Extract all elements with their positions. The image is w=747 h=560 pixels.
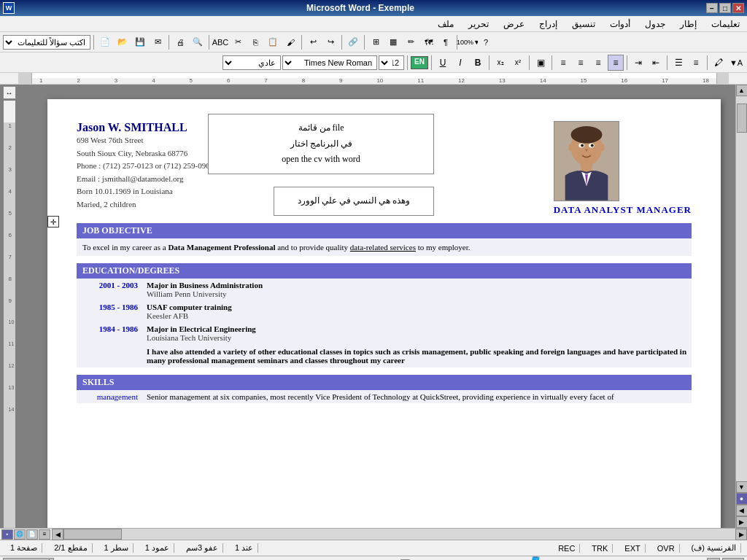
spell-button[interactable]: ABC bbox=[212, 34, 228, 50]
skills-header: SKILLS bbox=[77, 375, 692, 390]
zoom-button[interactable]: 100%▼ bbox=[460, 34, 476, 50]
normal-view-button[interactable]: ▪ bbox=[1, 529, 13, 540]
menu-help[interactable]: تعليمات bbox=[707, 18, 744, 31]
superscript-button[interactable]: x₂ bbox=[492, 55, 508, 71]
question-dropdown[interactable]: اكتب سؤالاً للتعليمات bbox=[3, 35, 90, 50]
numbering-button[interactable]: ≡ bbox=[688, 55, 704, 71]
font-size-select[interactable]: 12 bbox=[379, 55, 404, 70]
oval-tool[interactable]: ○ bbox=[634, 556, 650, 561]
increase-indent-button[interactable]: ⇥ bbox=[630, 55, 646, 71]
style-select[interactable]: عادي bbox=[222, 55, 281, 70]
maximize-button[interactable]: □ bbox=[719, 3, 731, 13]
bold-button[interactable]: B bbox=[470, 55, 486, 71]
print-layout-button[interactable]: 📄 bbox=[26, 529, 38, 540]
save-button[interactable]: 💾 bbox=[132, 34, 148, 50]
border-button[interactable]: ▣ bbox=[533, 55, 549, 71]
email-button[interactable]: ✉ bbox=[150, 34, 166, 50]
show-formatting-button[interactable]: ¶ bbox=[438, 34, 454, 50]
scroll-thumb[interactable] bbox=[737, 104, 747, 133]
font-color-tool[interactable]: A▼ bbox=[488, 556, 504, 561]
cut-button[interactable]: ✂ bbox=[230, 34, 246, 50]
decrease-indent-button[interactable]: ⇤ bbox=[648, 55, 664, 71]
align-left-button[interactable]: ≡ bbox=[608, 55, 624, 71]
scroll-track[interactable] bbox=[736, 96, 747, 481]
move-icon[interactable]: ✛ bbox=[47, 216, 59, 228]
education-content: 2001 - 2003 Major in Business Administra… bbox=[77, 279, 692, 368]
bullets-button[interactable]: ☰ bbox=[670, 55, 686, 71]
justify-button[interactable]: ≡ bbox=[555, 55, 571, 71]
redo-button[interactable]: ↪ bbox=[322, 34, 338, 50]
font-name-select[interactable]: Times New Roman bbox=[282, 55, 377, 70]
language-button[interactable]: EN bbox=[411, 56, 428, 69]
draw-label-button[interactable]: رسم bbox=[722, 558, 744, 561]
table-button[interactable]: ⊞ bbox=[368, 34, 384, 50]
fill-color-tool[interactable]: 🪣▼ bbox=[525, 556, 541, 561]
minimize-button[interactable]: − bbox=[706, 3, 718, 13]
format-painter-button[interactable]: 🖌 bbox=[282, 34, 298, 50]
svg-point-2 bbox=[570, 126, 602, 143]
cv-born: Born 10.01.1969 in Louisiana bbox=[77, 185, 214, 198]
menu-tools[interactable]: أدوات bbox=[605, 18, 635, 31]
scroll-left-button[interactable]: ◀ bbox=[52, 529, 63, 540]
image-tool[interactable]: 📷 bbox=[543, 556, 559, 561]
scroll-down-button[interactable]: ▼ bbox=[736, 481, 748, 493]
wordart-tool[interactable]: A bbox=[597, 556, 614, 561]
columns-button[interactable]: ▦ bbox=[385, 34, 401, 50]
diagram-tool[interactable]: ⊕ bbox=[579, 556, 595, 561]
menu-frame[interactable]: إطار bbox=[676, 18, 701, 31]
rect-tool[interactable]: □ bbox=[652, 556, 668, 561]
new-button[interactable]: 📄 bbox=[97, 34, 113, 50]
paste-button[interactable]: 📋 bbox=[265, 34, 281, 50]
print-button[interactable]: 🖨 bbox=[172, 34, 188, 50]
auto-shapes-button[interactable]: ↗ bbox=[707, 558, 720, 561]
scroll-up-button[interactable]: ▲ bbox=[736, 85, 748, 96]
subscript-button[interactable]: x² bbox=[510, 55, 526, 71]
web-layout-button[interactable]: 🌐 bbox=[14, 529, 26, 540]
view-buttons: ▪ 🌐 📄 ≡ bbox=[0, 529, 52, 540]
line-color-tool[interactable]: ✏▼ bbox=[506, 556, 522, 561]
align-center-button[interactable]: ≡ bbox=[590, 55, 606, 71]
underline-button[interactable]: U bbox=[435, 55, 451, 71]
dash-style-tool[interactable]: - - bbox=[452, 556, 468, 561]
edu-details-1: Major in Business Administration William… bbox=[142, 279, 692, 300]
arabic-text-button[interactable]: أشيكال للفاقية bbox=[3, 558, 54, 561]
help-button[interactable]: ? bbox=[478, 34, 494, 50]
3d-tool[interactable]: 🔲 bbox=[397, 556, 413, 561]
undo-button[interactable]: ↩ bbox=[305, 34, 321, 50]
close-button[interactable]: ✕ bbox=[732, 3, 744, 13]
line-style-tool[interactable]: ─ bbox=[470, 556, 486, 561]
highlight-button[interactable]: 🖍 bbox=[711, 55, 727, 71]
open-button[interactable]: 📂 bbox=[115, 34, 131, 50]
prev-page-button[interactable]: ◀ bbox=[736, 505, 748, 516]
menu-format[interactable]: تنسيق bbox=[568, 18, 600, 31]
arrow-tool[interactable]: → bbox=[670, 556, 686, 561]
menu-edit[interactable]: تحرير bbox=[464, 18, 493, 31]
app-icon: W bbox=[3, 2, 15, 14]
shadow-tool[interactable]: ▪ bbox=[415, 556, 431, 561]
textbox-tool[interactable]: T bbox=[616, 556, 632, 561]
h-scroll-thumb[interactable] bbox=[63, 529, 122, 540]
align-right-button[interactable]: ≡ bbox=[573, 55, 589, 71]
italic-button[interactable]: I bbox=[452, 55, 468, 71]
document-scroll-area[interactable]: Jason W. SMITHALL 698 West 76th Street S… bbox=[18, 85, 735, 528]
menu-file[interactable]: ملف bbox=[433, 18, 458, 31]
menu-insert[interactable]: إدراج bbox=[535, 18, 562, 31]
line-tool[interactable]: \ bbox=[689, 556, 705, 561]
tooltip-line3: open the cv with word bbox=[217, 152, 425, 168]
drawing-button[interactable]: ✏ bbox=[403, 34, 419, 50]
h-scroll-track[interactable] bbox=[63, 529, 735, 540]
select-browse-button[interactable]: ● bbox=[736, 493, 748, 505]
font-color-button[interactable]: A▼ bbox=[728, 55, 744, 71]
scroll-right-button[interactable]: ▶ bbox=[735, 529, 747, 540]
next-page-button[interactable]: ▶ bbox=[736, 516, 748, 528]
copy-button[interactable]: ⎘ bbox=[247, 34, 263, 50]
document-map-button[interactable]: 🗺 bbox=[420, 34, 436, 50]
outline-view-button[interactable]: ≡ bbox=[39, 529, 50, 540]
menu-view[interactable]: عرض bbox=[499, 18, 529, 31]
ruler-toggle-button[interactable]: ↔ bbox=[3, 86, 16, 99]
arrow-style-tool[interactable]: ↔ bbox=[433, 556, 449, 561]
hyperlink-button[interactable]: 🔗 bbox=[345, 34, 361, 50]
clipart-tool[interactable]: 🖼 bbox=[561, 556, 577, 561]
print-preview-button[interactable]: 🔍 bbox=[190, 34, 206, 50]
menu-table[interactable]: جدول bbox=[640, 18, 670, 31]
